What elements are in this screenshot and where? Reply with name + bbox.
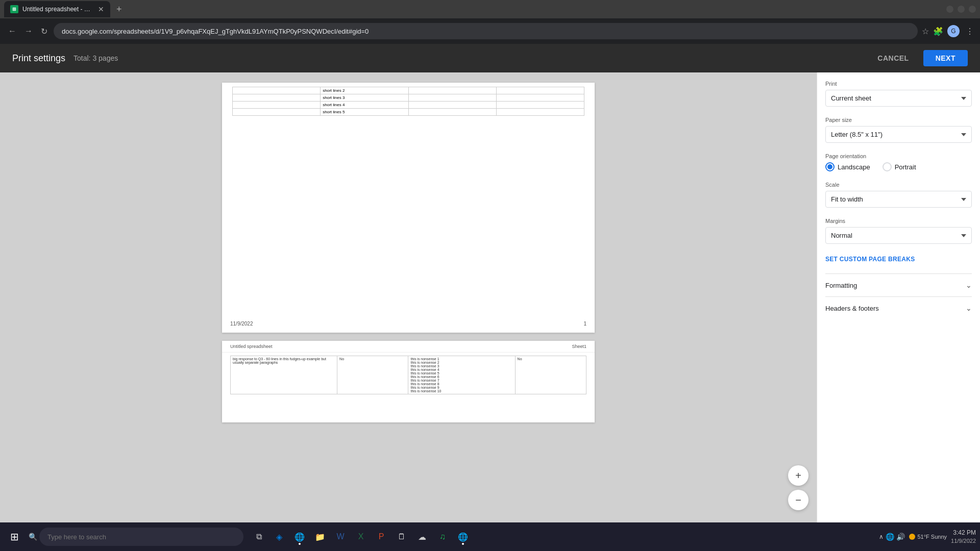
clock-time: 3:42 PM [951,529,976,537]
page2-col4: No [518,357,522,361]
weather-widget[interactable]: 51°F Sunny [909,534,947,540]
maximize-button[interactable] [958,6,965,13]
sheet-content-1: short lines 2 short lines 3 short lines … [222,83,595,120]
print-select[interactable]: Current sheet Workbook Selection [825,90,972,107]
taskbar-icon-onedrive[interactable]: ☁ [413,528,431,546]
taskbar-icon-edge[interactable]: ◈ [270,528,288,546]
taskbar-icon-chrome[interactable]: 🌐 [290,528,309,546]
forward-button[interactable]: → [22,24,35,38]
orientation-radio-group: Landscape Portrait [825,162,972,171]
print-pages-info: Total: 3 pages [74,54,118,62]
word-icon: W [336,532,344,541]
network-icon[interactable]: 🌐 [886,533,894,541]
cancel-button[interactable]: CANCEL [869,50,917,66]
powerpoint-icon: P [379,532,384,541]
paper-size-select[interactable]: Letter (8.5" x 11") A4 Legal [825,126,972,143]
landscape-radio[interactable]: Landscape [825,162,870,171]
active-tab[interactable]: ⊞ Untitled spreadsheet - Google S... ✕ [4,1,110,17]
table-row: short lines 2 [233,87,584,94]
right-panel: Print Current sheet Workbook Selection P… [817,72,980,522]
spotify-icon: ♫ [439,532,446,541]
formatting-section: Formatting ⌄ [825,273,972,296]
up-arrow-icon[interactable]: ∧ [879,533,884,540]
zoom-in-button[interactable]: + [788,465,808,486]
headers-footers-chevron-icon: ⌄ [966,304,972,312]
portrait-label: Portrait [895,163,916,171]
zoom-out-button[interactable]: − [788,490,808,510]
orientation-label: Page orientation [825,153,972,159]
taskbar-icon-files[interactable]: 🗒 [393,528,411,546]
taskbar-icon-spotify[interactable]: ♫ [433,528,452,546]
custom-breaks-link[interactable]: SET CUSTOM PAGE BREAKS [825,256,915,263]
page2-sheet-title: Untitled spreadsheet [230,344,273,349]
chrome-icon: 🌐 [295,532,305,542]
tab-close-button[interactable]: ✕ [98,5,104,13]
page-date-1: 11/9/2022 [230,321,253,327]
headers-footers-section: Headers & footers ⌄ [825,296,972,319]
back-button[interactable]: ← [6,24,18,38]
margins-select[interactable]: Normal Narrow Wide Custom [825,227,972,244]
chrome-icon-2: 🌐 [458,532,468,542]
taskbar-icon-chrome2[interactable]: 🌐 [454,528,472,546]
sound-icon[interactable]: 🔊 [896,533,905,541]
page2-content: big response to Q3 - 60 lines in this fu… [222,353,595,397]
page-preview-1: short lines 2 short lines 3 short lines … [222,83,595,333]
table-row: short lines 5 [233,109,584,116]
page2-table: big response to Q3 - 60 lines in this fu… [230,356,586,394]
portrait-radio[interactable]: Portrait [883,162,916,171]
file-explorer-icon: 📁 [315,532,325,542]
system-tray-icons: ∧ 🌐 🔊 [879,533,905,541]
taskbar-right: ∧ 🌐 🔊 51°F Sunny 3:42 PM 11/9/2022 [879,529,976,545]
reload-button[interactable]: ↻ [39,24,50,38]
task-view-icon: ⧉ [256,532,262,541]
formatting-label: Formatting [825,282,857,289]
address-bar-icons: ☆ 🧩 G ⋮ [922,25,974,37]
margins-section: Margins Normal Narrow Wide Custom [825,218,972,244]
profile-avatar[interactable]: G [947,25,960,37]
page-number-1: 1 [583,321,586,327]
tab-bar: ⊞ Untitled spreadsheet - Google S... ✕ + [4,0,126,18]
windows-icon: ⊞ [10,531,19,543]
taskbar-icon-word[interactable]: W [331,528,350,546]
print-settings-header: Print settings Total: 3 pages CANCEL NEX… [0,44,980,72]
clock[interactable]: 3:42 PM 11/9/2022 [951,529,976,545]
paper-size-section: Paper size Letter (8.5" x 11") A4 Legal [825,117,972,143]
files-icon: 🗒 [398,532,406,541]
start-button[interactable]: ⊞ [4,527,24,547]
address-bar: ← → ↻ ☆ 🧩 G ⋮ [0,18,980,44]
taskbar-icon-task-view[interactable]: ⧉ [250,528,268,546]
tab-title: Untitled spreadsheet - Google S... [22,6,94,13]
portrait-radio-indicator [883,162,892,171]
close-button[interactable] [969,6,976,13]
page2-sheet-name: Sheet1 [572,344,586,349]
minimize-button[interactable] [946,6,953,13]
page2-col2: No [339,357,344,361]
new-tab-button[interactable]: + [112,4,126,15]
taskbar-icon-file-explorer[interactable]: 📁 [311,528,329,546]
page2-header: Untitled spreadsheet Sheet1 [222,341,595,353]
taskbar-icon-powerpoint[interactable]: P [372,528,390,546]
scale-select[interactable]: Fit to width Normal Fit to page Fit to h… [825,191,972,208]
tab-favicon: ⊞ [10,5,18,13]
headers-footers-header[interactable]: Headers & footers ⌄ [825,304,972,312]
bookmark-icon[interactable]: ☆ [922,27,929,36]
formatting-chevron-icon: ⌄ [966,281,972,289]
next-button[interactable]: NEXT [923,50,968,66]
print-section-label: Print [825,81,972,87]
print-title-area: Print settings Total: 3 pages [12,53,118,64]
onedrive-icon: ☁ [418,532,426,542]
formatting-header[interactable]: Formatting ⌄ [825,281,972,289]
margins-label: Margins [825,218,972,224]
preview-area: short lines 2 short lines 3 short lines … [0,72,817,522]
extension-icon[interactable]: 🧩 [933,27,943,36]
url-input[interactable] [54,23,918,39]
page-preview-2: Untitled spreadsheet Sheet1 big response… [222,341,595,422]
taskbar-search-input[interactable] [39,528,243,546]
profile-menu[interactable]: G [947,25,960,37]
taskbar-icon-excel[interactable]: X [352,528,370,546]
search-icon: 🔍 [29,533,37,541]
headers-footers-label: Headers & footers [825,305,879,312]
more-menu-button[interactable]: ⋮ [966,27,974,36]
weather-icon [909,534,915,540]
print-actions: CANCEL NEXT [869,50,968,66]
